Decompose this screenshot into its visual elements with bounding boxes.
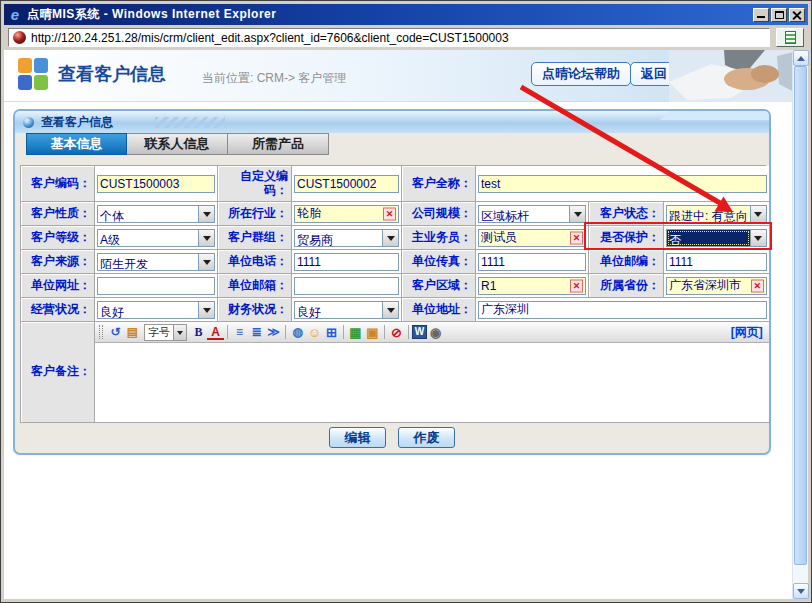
protect-select[interactable]: 否 <box>666 229 767 247</box>
remark-textarea[interactable] <box>95 343 769 422</box>
clear-region-icon[interactable]: ✕ <box>570 279 583 292</box>
tab-required-products[interactable]: 所需产品 <box>228 133 329 155</box>
scroll-down-button[interactable] <box>793 583 809 599</box>
url-field[interactable]: http://120.24.251.28/mis/crm/client_edit… <box>8 28 770 47</box>
save-html-icon[interactable]: ▣ <box>364 324 381 340</box>
field-label-website: 单位网址： <box>21 274 95 298</box>
chevron-down-icon <box>750 206 766 222</box>
bold-icon[interactable]: B <box>190 324 207 340</box>
group-select[interactable]: 贸易商 <box>294 229 399 247</box>
vertical-scrollbar[interactable] <box>792 50 808 599</box>
field-cell-fax <box>476 250 589 274</box>
field-label-zip: 单位邮编： <box>589 250 664 274</box>
hatch-decoration <box>155 117 225 128</box>
panel-header: 查看客户信息 <box>15 111 769 133</box>
fax-input[interactable] <box>478 253 586 271</box>
zip-input[interactable] <box>666 253 767 271</box>
tab-bar: 基本信息 联系人信息 所需产品 <box>26 133 329 155</box>
url-text: http://120.24.251.28/mis/crm/client_edit… <box>31 31 509 45</box>
scale-select[interactable]: 区域标杆 <box>478 205 586 223</box>
grade-select[interactable]: A级 <box>97 229 215 247</box>
editor-toolbar: ↺ ▤ 字号 B A ≡ ≣ ≫ ◍ ☺ <box>95 322 769 343</box>
status-select[interactable]: 跟进中: 有意向 <box>666 205 767 223</box>
toolbar-separator <box>384 325 385 339</box>
clear-salesman-icon[interactable]: ✕ <box>570 231 583 244</box>
scrollbar-thumb[interactable] <box>794 66 807 565</box>
edit-button[interactable]: 编辑 <box>329 427 386 448</box>
field-cell-operating: 良好 <box>95 298 218 322</box>
field-label-salesman: 主业务员： <box>402 226 476 250</box>
ie-logo-icon: e <box>7 7 23 23</box>
nature-select[interactable]: 个体 <box>97 205 215 223</box>
protect-select-value: 否 <box>667 230 750 246</box>
custom-code-input[interactable] <box>294 175 399 193</box>
field-cell-phone <box>292 250 402 274</box>
indent-icon[interactable]: ≫ <box>265 324 282 340</box>
address-bar: http://120.24.251.28/mis/crm/client_edit… <box>4 25 808 50</box>
field-cell-address <box>476 298 770 322</box>
field-label-operating: 经营状况： <box>21 298 95 322</box>
ordered-list-icon[interactable]: ≣ <box>248 324 265 340</box>
financial-select[interactable]: 良好 <box>294 301 399 319</box>
scroll-up-button[interactable] <box>793 50 809 66</box>
go-page-button[interactable] <box>776 28 804 47</box>
field-cell-website <box>95 274 218 298</box>
page-icon <box>785 31 796 44</box>
font-size-label: 字号 <box>145 325 173 340</box>
field-label-protect: 是否保护： <box>589 226 664 250</box>
chevron-down-icon <box>198 230 214 246</box>
field-label-region: 客户区域： <box>402 274 476 298</box>
field-cell-full-name <box>476 166 770 202</box>
source-select[interactable]: 陌生开发 <box>97 253 215 271</box>
maximize-button[interactable] <box>771 8 787 22</box>
field-cell-zip <box>664 250 770 274</box>
address-input[interactable] <box>478 301 767 319</box>
page-content: 查看客户信息 当前位置: CRM-> 客户管理 点晴论坛帮助 返回 查看客户信息 <box>4 50 794 599</box>
smiley-icon[interactable]: ☺ <box>306 324 323 340</box>
field-label-nature: 客户性质： <box>21 202 95 226</box>
nature-select-value: 个体 <box>98 206 198 222</box>
tab-basic-info[interactable]: 基本信息 <box>26 133 127 155</box>
website-input[interactable] <box>97 277 215 295</box>
chevron-down-icon <box>750 230 766 246</box>
field-cell-region: ✕ <box>476 274 589 298</box>
operating-select[interactable]: 良好 <box>97 301 215 319</box>
font-color-icon[interactable]: A <box>207 327 224 340</box>
field-label-financial: 财务状况： <box>218 298 292 322</box>
toolbar-handle <box>99 325 103 339</box>
close-button[interactable] <box>789 8 805 22</box>
void-button[interactable]: 作废 <box>398 427 455 448</box>
forum-help-button[interactable]: 点晴论坛帮助 <box>531 62 631 86</box>
code-input[interactable] <box>97 175 215 193</box>
field-cell-grade: A级 <box>95 226 218 250</box>
stop-icon[interactable]: ⊘ <box>388 324 405 340</box>
insert-image-icon[interactable]: ▦ <box>347 324 364 340</box>
hyperlink-globe-icon[interactable]: ◍ <box>289 324 306 340</box>
insert-table-icon[interactable]: ⊞ <box>323 324 340 340</box>
email-input[interactable] <box>294 277 399 295</box>
grade-select-value: A级 <box>98 230 198 246</box>
page-mode-link[interactable]: [网页] <box>731 324 765 341</box>
field-label-email: 单位邮箱： <box>218 274 292 298</box>
minimize-button[interactable] <box>753 8 769 22</box>
clear-industry-icon[interactable]: ✕ <box>383 207 396 220</box>
field-cell-email <box>292 274 402 298</box>
full-name-input[interactable] <box>478 175 767 193</box>
panel-header-notch <box>660 111 769 120</box>
field-cell-salesman: ✕ <box>476 226 589 250</box>
preview-eye-icon[interactable]: ◉ <box>427 324 444 340</box>
status-select-value: 跟进中: 有意向 <box>667 206 750 222</box>
clear-province-icon[interactable]: ✕ <box>751 279 764 292</box>
field-label-phone: 单位电话： <box>218 250 292 274</box>
align-icon[interactable]: ≡ <box>231 324 248 340</box>
paste-icon[interactable]: ▤ <box>124 324 141 340</box>
phone-input[interactable] <box>294 253 399 271</box>
undo-icon[interactable]: ↺ <box>107 324 124 340</box>
tab-contact-info[interactable]: 联系人信息 <box>127 133 228 155</box>
chevron-down-icon <box>382 230 398 246</box>
word-import-icon[interactable]: W <box>412 325 427 339</box>
field-label-province: 所属省份： <box>589 274 664 298</box>
field-label-source: 客户来源： <box>21 250 95 274</box>
close-icon <box>792 10 802 20</box>
font-size-select[interactable]: 字号 <box>144 324 187 341</box>
